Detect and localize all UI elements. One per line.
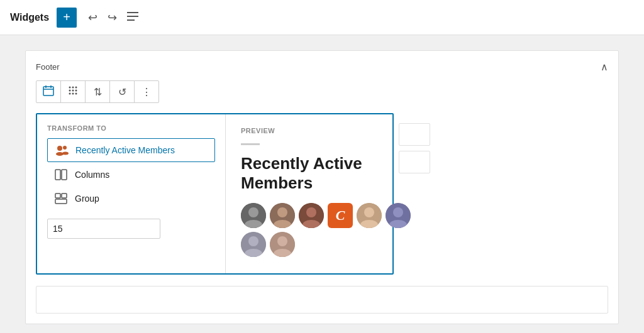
redo-button[interactable]: ↪ (104, 8, 121, 27)
more-icon: ⋮ (142, 86, 152, 98)
preview-panel: PREVIEW Recently Active Members (226, 114, 426, 273)
preview-title-line1: Recently Active (241, 154, 362, 173)
calendar-toolbar-btn[interactable] (36, 80, 61, 103)
svg-point-32 (306, 207, 316, 217)
preview-title-line2: Members (241, 173, 313, 192)
avatar-7 (241, 232, 266, 257)
transform-item-columns[interactable]: Columns (47, 163, 215, 186)
grid-icon (68, 85, 78, 98)
undo-button[interactable]: ↩ (84, 8, 101, 27)
svg-point-18 (63, 146, 67, 150)
widget-content-row: TRANSFORM TO Recently Active Members (36, 113, 394, 275)
transform-item-recently-active[interactable]: Recently Active Members (47, 138, 215, 162)
svg-point-16 (57, 146, 62, 151)
svg-rect-20 (55, 170, 60, 180)
side-box-top (399, 123, 430, 146)
calendar-icon (43, 85, 54, 99)
redo-icon: ↪ (108, 11, 117, 25)
avatar-8 (270, 232, 295, 257)
preview-title: Recently Active Members (241, 154, 411, 193)
grid-toolbar-btn[interactable] (60, 80, 86, 103)
svg-point-26 (248, 207, 258, 217)
svg-point-35 (364, 207, 374, 217)
avatar-1 (241, 203, 266, 228)
transform-item-group[interactable]: Group (47, 187, 215, 210)
svg-rect-22 (55, 194, 60, 198)
loop-toolbar-btn[interactable]: ↺ (109, 80, 135, 103)
recently-active-label: Recently Active Members (75, 145, 175, 155)
svg-point-41 (248, 236, 258, 246)
svg-rect-23 (62, 194, 67, 198)
footer-label: Footer (36, 62, 60, 72)
svg-point-15 (75, 93, 77, 95)
columns-icon (53, 169, 69, 180)
group-label: Group (75, 194, 99, 204)
svg-rect-2 (127, 19, 135, 21)
collapse-icon[interactable]: ∧ (601, 61, 608, 73)
top-bar: Widgets + ↩ ↪ (0, 0, 644, 35)
svg-point-11 (72, 90, 74, 92)
svg-point-19 (62, 152, 69, 155)
undo-icon: ↩ (88, 11, 97, 25)
svg-point-44 (277, 236, 287, 246)
toolbar-actions: ↩ ↪ (84, 8, 142, 27)
avatar-4: C (328, 203, 353, 228)
number-input[interactable] (47, 219, 160, 239)
plus-icon: + (63, 10, 70, 25)
members-icon (54, 145, 69, 156)
svg-point-12 (75, 90, 77, 92)
footer-card: Footer ∧ (25, 50, 619, 324)
loop-icon: ↺ (118, 86, 126, 98)
svg-point-29 (277, 207, 287, 217)
svg-rect-21 (62, 170, 67, 180)
svg-rect-0 (127, 12, 138, 13)
svg-rect-24 (55, 199, 67, 204)
svg-point-8 (72, 87, 74, 89)
svg-rect-1 (127, 16, 138, 17)
columns-label: Columns (75, 170, 109, 180)
main-content: Footer ∧ (0, 35, 644, 333)
transform-label: TRANSFORM TO (47, 124, 215, 132)
preview-divider (241, 143, 260, 145)
footer-header: Footer ∧ (36, 61, 608, 73)
avatar-row-2 (241, 232, 411, 257)
svg-point-7 (69, 87, 71, 89)
more-toolbar-btn[interactable]: ⋮ (134, 80, 159, 103)
avatar-5 (357, 203, 382, 228)
page-title: Widgets (10, 12, 49, 23)
svg-point-13 (69, 93, 71, 95)
add-button[interactable]: + (57, 8, 77, 28)
svg-point-10 (69, 90, 71, 92)
svg-rect-3 (43, 87, 53, 96)
arrows-icon: ⇅ (94, 86, 102, 98)
svg-point-17 (56, 152, 64, 156)
transform-panel: TRANSFORM TO Recently Active Members (37, 114, 226, 273)
arrows-toolbar-btn[interactable]: ⇅ (85, 80, 110, 103)
avatar-2 (270, 203, 295, 228)
side-box-bottom (399, 151, 430, 173)
svg-point-38 (393, 207, 403, 217)
avatar-row-1: C (241, 203, 411, 228)
avatar-6 (386, 203, 411, 228)
bottom-bar (36, 286, 608, 314)
avatar-3 (299, 203, 324, 228)
list-button[interactable] (123, 8, 142, 26)
list-icon (127, 11, 138, 24)
widget-toolbar: ⇅ ↺ ⋮ (36, 80, 608, 103)
preview-label: PREVIEW (241, 127, 411, 134)
group-icon (53, 193, 69, 204)
svg-point-14 (72, 93, 74, 95)
svg-point-9 (75, 87, 77, 89)
